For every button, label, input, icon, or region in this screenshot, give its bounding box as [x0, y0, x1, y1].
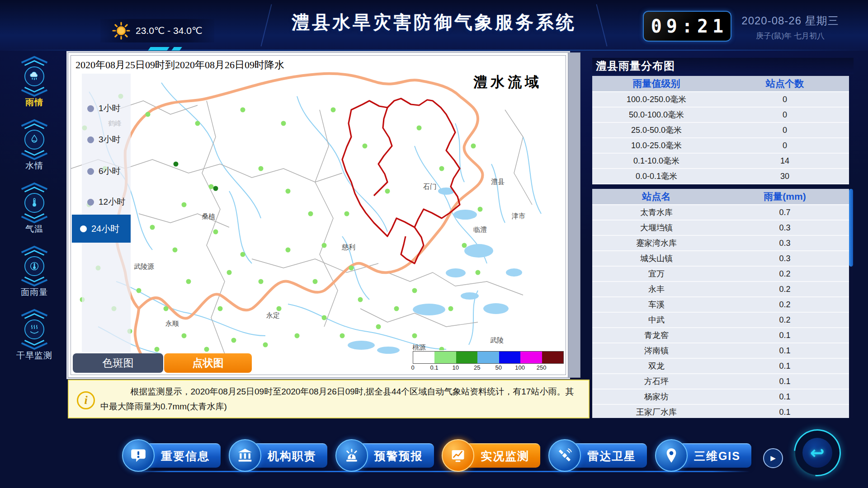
table-cell: 0.2	[721, 313, 849, 327]
time-filter-3小时[interactable]: 3小时	[82, 131, 131, 148]
map-svg[interactable]: 鹤峰石门澧县津市临澧桑植慈利武陵源永定永顺桃源武陵	[71, 56, 566, 375]
institution-duty-icon	[229, 439, 261, 472]
nav-item-实况监测[interactable]: 实况监测	[442, 439, 540, 472]
legend-tick: 10	[453, 364, 459, 371]
table-cell: 0	[721, 138, 849, 153]
monitor-summary-text: 根据监测显示，2020年08月25日09时至2020年08月26日09时,据全县…	[100, 384, 580, 414]
table-cell: 0.1	[721, 374, 849, 389]
sidebar-item-label: 干旱监测	[16, 350, 52, 361]
station-row: 方石坪0.1	[592, 374, 849, 389]
map-canvas[interactable]: 2020年08月25日09时到2020年08月26日09时降水 澧水流域	[71, 55, 566, 375]
place-label-澧县: 澧县	[491, 178, 505, 185]
nav-item-label: 预警预报	[359, 443, 434, 468]
column-header: 雨量值级别	[592, 76, 721, 91]
level-row: 0.0-0.1毫米30	[592, 169, 849, 184]
temperature-range: 23.0℃ - 34.0℃	[136, 25, 203, 36]
table-cell: 0.1	[721, 343, 849, 358]
back-arrow-icon: ↩	[802, 438, 832, 468]
table-cell: 0.3	[721, 236, 849, 250]
sidebar-item-label: 水情	[25, 160, 43, 172]
scrollbar-thumb[interactable]	[849, 189, 853, 267]
legend-tick: 50	[495, 364, 501, 371]
table-cell: 14	[721, 154, 849, 168]
nav-item-三维GIS[interactable]: 三维GIS	[655, 439, 751, 472]
rain-level-table: 雨量值级别站点个数100.0-250.0毫米050.0-100.0毫米025.0…	[592, 76, 849, 184]
map-period-title: 2020年08月25日09时到2020年08月26日09时降水	[75, 58, 284, 72]
basin-label: 澧水流域	[473, 73, 542, 92]
time-filter-1小时[interactable]: 1小时	[82, 100, 131, 117]
nav-item-重要信息[interactable]: 重要信息	[122, 439, 221, 472]
temperature-widget: 23.0℃ - 34.0℃	[100, 19, 214, 42]
right-panel-title: 澧县雨量分布图	[592, 58, 854, 74]
level-row: 10.0-25.0毫米0	[592, 138, 849, 154]
level-row-header: 雨量值级别站点个数	[592, 76, 849, 92]
station-row: 双龙0.1	[592, 359, 849, 374]
nav-item-label: 三维GIS	[679, 443, 751, 468]
nav-item-预警预报[interactable]: 预警预报	[335, 439, 434, 472]
table-cell: 王家厂水库	[592, 405, 721, 418]
place-label-永定: 永定	[266, 311, 280, 319]
station-row: 中武0.2	[592, 313, 849, 328]
view-button-色斑图[interactable]: 色斑图	[73, 353, 163, 373]
level-row: 0.1-10.0毫米14	[592, 154, 849, 169]
table-cell: 0.1	[721, 359, 849, 373]
expand-nav-button[interactable]: ▶	[763, 448, 783, 468]
legend-segment	[434, 352, 456, 363]
drought-monitor-icon	[18, 308, 51, 350]
sidebar-item-面雨量[interactable]: 面雨量	[12, 245, 57, 298]
temperature-icon	[18, 182, 51, 223]
sidebar-item-label: 雨情	[25, 97, 43, 108]
view-button-点状图[interactable]: 点状图	[164, 353, 252, 373]
column-header: 站点个数	[721, 76, 849, 91]
nav-item-机构职责[interactable]: 机构职责	[229, 439, 327, 472]
legend-segment	[477, 352, 499, 363]
table-cell: 0	[721, 108, 849, 122]
sidebar-item-气温[interactable]: 气温	[12, 182, 57, 235]
table-cell: 0.1	[721, 328, 849, 343]
table-cell: 0.2	[721, 297, 849, 312]
station-row: 车溪0.2	[592, 297, 849, 313]
radio-dot-icon	[87, 168, 94, 175]
table-cell: 0.3	[721, 251, 849, 266]
back-button[interactable]: ↩	[784, 420, 851, 486]
sidebar-item-水情[interactable]: 水情	[12, 118, 57, 172]
legend-segment	[499, 352, 520, 363]
nav-item-雷达卫星[interactable]: 雷达卫星	[548, 439, 647, 472]
sidebar-item-雨情[interactable]: 雨情	[12, 55, 57, 108]
table-cell: 0.3	[721, 221, 849, 235]
place-label-慈利: 慈利	[341, 243, 355, 251]
station-row: 宜万0.2	[592, 267, 849, 282]
station-row: 太青水库0.7	[592, 205, 849, 221]
station-rain-table: 站点名雨量(mm)太青水库0.7大堰垱镇0.3蹇家湾水库0.3城头山镇0.3宜万…	[592, 189, 849, 418]
table-cell: 50.0-100.0毫米	[592, 108, 721, 122]
radar-satellite-icon	[548, 439, 581, 472]
legend-tick: 0	[411, 364, 414, 371]
table-cell: 10.0-25.0毫米	[592, 138, 721, 153]
table-cell: 方石坪	[592, 374, 721, 389]
legend-tick: 250	[537, 364, 547, 371]
place-label-临澧: 临澧	[473, 225, 487, 233]
table-cell: 0	[721, 123, 849, 137]
station-table-scrollbar[interactable]	[849, 189, 853, 418]
time-filter-12小时[interactable]: 12小时	[82, 194, 131, 210]
monitor-summary-bar: i 根据监测显示，2020年08月25日09时至2020年08月26日09时,据…	[68, 380, 590, 418]
time-filter-24小时[interactable]: 24小时	[72, 215, 131, 243]
radio-dot-icon	[80, 225, 87, 232]
map-decoration	[148, 47, 170, 51]
legend-tick: 100	[515, 364, 525, 371]
date-widget: 2020-08-26 星期三 庚子(鼠)年 七月初八	[736, 14, 844, 41]
table-cell: 0.2	[721, 267, 849, 281]
sidebar-item-label: 面雨量	[21, 286, 48, 298]
table-cell: 双龙	[592, 359, 721, 373]
map-scrollbar[interactable]	[568, 52, 580, 378]
water-icon	[18, 118, 51, 160]
time-filter-label: 24小时	[91, 223, 119, 235]
sidebar-item-干旱监测[interactable]: 干旱监测	[12, 308, 57, 361]
station-row: 王家厂水库0.1	[592, 405, 849, 418]
time-filter-6小时[interactable]: 6小时	[82, 163, 131, 179]
place-label-永顺: 永顺	[165, 319, 179, 327]
live-monitor-icon	[442, 439, 474, 472]
table-cell: 25.0-50.0毫米	[592, 123, 721, 137]
place-label-桑植: 桑植	[202, 212, 215, 220]
time-filter-label: 3小时	[99, 134, 121, 145]
